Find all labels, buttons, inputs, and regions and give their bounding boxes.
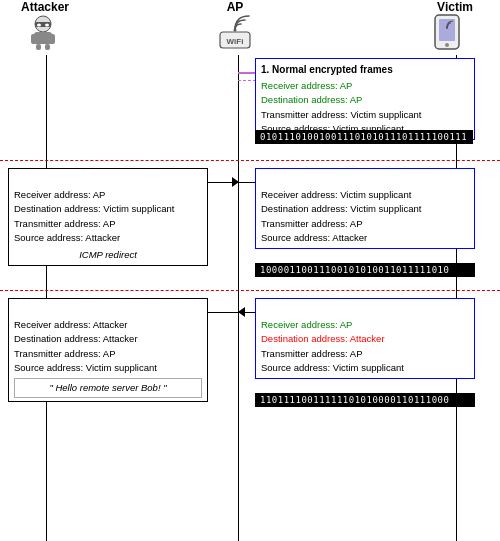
svg-rect-13 [439,19,455,41]
s32-payload: " Hello remote server Bob! " [14,378,202,398]
svg-text:WiFi: WiFi [227,37,244,46]
s21-src: Source address: Attacker [14,231,202,245]
s1-receiver: Receiver address: AP [261,80,352,91]
s32-receiver: Receiver address: Attacker [14,318,202,332]
s32-dest: Destination address: Attacker [14,332,202,346]
s31-tx: Transmitter address: AP [261,347,469,361]
svg-point-14 [445,43,449,47]
svg-point-3 [45,24,49,27]
s21-tx: Transmitter address: AP [14,217,202,231]
binary2: 10000110011100101010011011111010 [255,263,475,277]
ap-icon: WiFi [215,12,255,52]
s31-src: Source address: Victim supplicant [261,361,469,375]
s21-box: Receiver address: AP Destination address… [8,168,208,266]
attacker-label: Attacker [10,0,80,14]
section1-title: 1. Normal encrypted frames [261,62,469,77]
s21-receiver: Receiver address: AP [14,188,202,202]
s31-receiver: Receiver address: AP [261,318,469,332]
diagram: Attacker AP Victim WiFi [0,0,500,541]
svg-rect-8 [45,44,50,50]
arrowhead-ap-31 [238,307,245,317]
s1-tx: Transmitter address: Victim supplicant [261,108,469,122]
victim-label: Victim [420,0,490,14]
section1-box: 1. Normal encrypted frames Receiver addr… [255,58,475,140]
s32-tx: Transmitter address: AP [14,347,202,361]
victim-icon [433,14,461,52]
s22-box: Receiver address: Victim supplicant Dest… [255,168,475,249]
svg-rect-7 [36,44,41,50]
s22-dest: Destination address: Victim supplicant [261,202,469,216]
s21-dest: Destination address: Victim supplicant [14,202,202,216]
dashed-sep-2 [0,290,500,291]
s31-dest: Destination address: Attacker [261,332,469,346]
binary1: 01011101001001110101011101111100111 [255,130,473,144]
s21-protocol: ICMP redirect [14,248,202,262]
dashed-sep-1 [0,160,500,161]
svg-rect-6 [49,34,55,44]
binary3: 11011110011111101010000110111000 [255,393,475,407]
s22-tx: Transmitter address: AP [261,217,469,231]
s1-dest: Destination address: AP [261,94,362,105]
s22-src: Source address: Attacker [261,231,469,245]
svg-rect-5 [31,34,37,44]
svg-point-2 [37,24,41,27]
s22-receiver: Receiver address: Victim supplicant [261,188,469,202]
attacker-icon [25,14,61,52]
svg-point-11 [234,29,237,32]
s31-box: Receiver address: AP Destination address… [255,298,475,379]
svg-point-15 [446,27,448,29]
s32-src: Source address: Victim supplicant [14,361,202,375]
ap-vline [238,55,239,541]
s32-box: Receiver address: Attacker Destination a… [8,298,208,402]
